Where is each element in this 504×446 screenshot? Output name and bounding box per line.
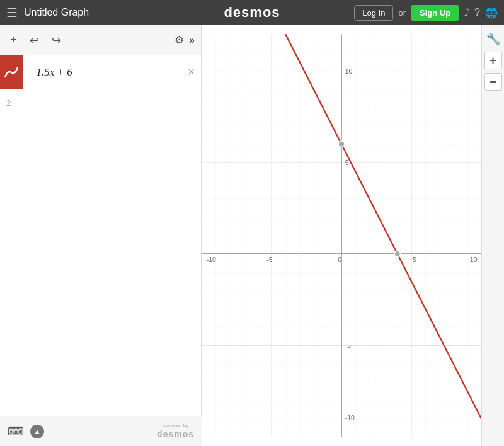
signup-button[interactable]: Sign Up bbox=[411, 5, 459, 21]
y-label-5: 5 bbox=[345, 159, 349, 166]
expression-row-2[interactable]: 2 bbox=[0, 89, 201, 117]
page-title: Untitled Graph bbox=[24, 7, 89, 18]
expression-row-1: −1.5x + 6 × bbox=[0, 55, 201, 89]
desmos-logo: desmos bbox=[224, 4, 280, 21]
expression-input[interactable]: −1.5x + 6 bbox=[23, 66, 181, 79]
zoom-in-button[interactable]: + bbox=[484, 52, 502, 69]
x-label-5: 5 bbox=[413, 256, 416, 263]
powered-by-text: powered by bbox=[157, 423, 194, 428]
globe-icon[interactable]: 🌐 bbox=[485, 7, 498, 19]
expression-color-icon[interactable] bbox=[0, 55, 23, 89]
sidebar: + ↩ ↪ ⚙ » −1.5x + 6 × 2 ⌨ ▲ power bbox=[0, 25, 202, 446]
y-intercept-dot bbox=[338, 141, 345, 147]
right-toolbar: 🔧 + − bbox=[481, 25, 504, 446]
x-label-zero: 0 bbox=[338, 256, 341, 263]
main-layout: + ↩ ↪ ⚙ » −1.5x + 6 × 2 ⌨ ▲ power bbox=[0, 25, 504, 446]
header-or-text: or bbox=[398, 8, 406, 18]
undo-button[interactable]: ↩ bbox=[26, 31, 43, 50]
expression-graph-icon bbox=[4, 65, 19, 80]
y-label-10: 10 bbox=[345, 67, 353, 75]
powered-by-brand: desmos bbox=[157, 429, 194, 439]
x-label-neg10: -10 bbox=[207, 256, 216, 263]
add-expression-button[interactable]: + bbox=[6, 31, 21, 49]
y-label-neg5: -5 bbox=[345, 341, 352, 349]
settings-icon[interactable]: ⚙ bbox=[175, 33, 184, 47]
share-icon[interactable]: ⤴ bbox=[464, 7, 469, 18]
collapse-icon[interactable]: » bbox=[189, 35, 195, 46]
y-label-neg10: -10 bbox=[345, 414, 355, 421]
help-icon[interactable]: ? bbox=[474, 7, 480, 18]
powered-by: powered by desmos bbox=[157, 423, 194, 440]
sidebar-bottom: ⌨ ▲ powered by desmos bbox=[0, 416, 202, 446]
sidebar-toolbar: + ↩ ↪ ⚙ » bbox=[0, 25, 201, 55]
x-intercept-dot bbox=[394, 251, 401, 257]
arrow-up-icon[interactable]: ▲ bbox=[30, 425, 44, 438]
expression-2-label: 2 bbox=[6, 98, 11, 108]
graph-canvas: -10 -5 0 5 10 10 5 -5 -10 bbox=[202, 25, 481, 446]
header: ☰ Untitled Graph desmos Log In or Sign U… bbox=[0, 0, 504, 25]
x-label-neg5: -5 bbox=[266, 256, 273, 263]
header-right-controls: Log In or Sign Up ⤴ ? 🌐 bbox=[354, 5, 498, 21]
redo-button[interactable]: ↪ bbox=[48, 31, 65, 50]
login-button[interactable]: Log In bbox=[354, 5, 393, 21]
x-label-10: 10 bbox=[470, 256, 478, 263]
zoom-out-button[interactable]: − bbox=[484, 73, 502, 91]
wrench-button[interactable]: 🔧 bbox=[484, 30, 502, 48]
graph-area[interactable]: -10 -5 0 5 10 10 5 -5 -10 bbox=[202, 25, 481, 446]
keyboard-icon[interactable]: ⌨ bbox=[8, 425, 24, 438]
menu-icon[interactable]: ☰ bbox=[6, 5, 18, 20]
expression-close-button[interactable]: × bbox=[181, 66, 201, 79]
